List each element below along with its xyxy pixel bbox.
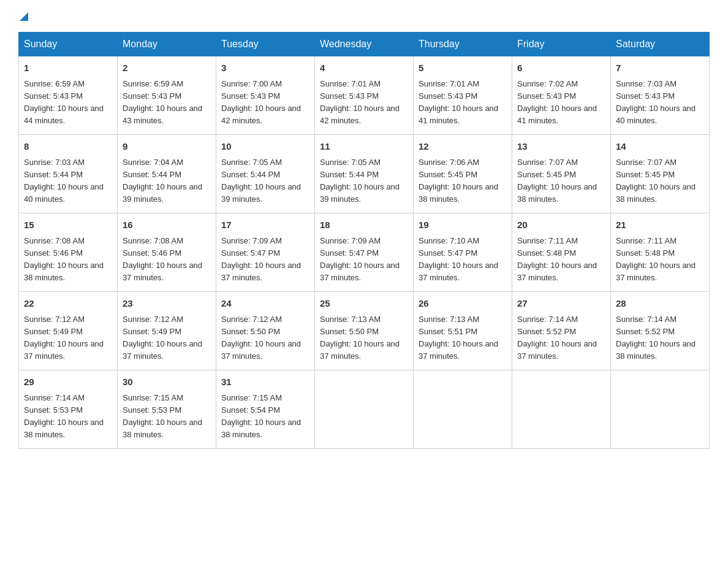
- day-number: 18: [320, 218, 408, 232]
- day-number: 14: [616, 140, 704, 154]
- day-number: 26: [419, 297, 507, 311]
- calendar-cell: 12Sunrise: 7:06 AMSunset: 5:45 PMDayligh…: [414, 135, 512, 213]
- day-number: 22: [24, 297, 112, 311]
- day-number: 4: [320, 61, 408, 75]
- week-row-3: 15Sunrise: 7:08 AMSunset: 5:46 PMDayligh…: [19, 213, 710, 292]
- calendar-table: SundayMondayTuesdayWednesdayThursdayFrid…: [18, 32, 710, 449]
- day-info: Sunrise: 7:10 AMSunset: 5:47 PMDaylight:…: [419, 236, 498, 282]
- col-header-wednesday: Wednesday: [315, 33, 414, 56]
- day-number: 17: [221, 218, 309, 232]
- day-info: Sunrise: 7:14 AMSunset: 5:52 PMDaylight:…: [616, 315, 696, 361]
- day-info: Sunrise: 7:12 AMSunset: 5:50 PMDaylight:…: [221, 315, 301, 361]
- calendar-cell: 29Sunrise: 7:14 AMSunset: 5:53 PMDayligh…: [19, 370, 118, 449]
- calendar-cell: 28Sunrise: 7:14 AMSunset: 5:52 PMDayligh…: [611, 292, 710, 370]
- day-number: 23: [123, 297, 211, 311]
- day-info: Sunrise: 7:03 AMSunset: 5:44 PMDaylight:…: [24, 158, 104, 204]
- col-header-sunday: Sunday: [19, 33, 118, 56]
- calendar-cell: 27Sunrise: 7:14 AMSunset: 5:52 PMDayligh…: [512, 292, 611, 370]
- day-info: Sunrise: 7:03 AMSunset: 5:43 PMDaylight:…: [616, 79, 696, 125]
- page-header: [18, 12, 710, 21]
- calendar-cell: 2Sunrise: 6:59 AMSunset: 5:43 PMDaylight…: [118, 56, 216, 135]
- day-number: 16: [123, 218, 211, 232]
- calendar-cell: 13Sunrise: 7:07 AMSunset: 5:45 PMDayligh…: [512, 135, 611, 213]
- day-info: Sunrise: 7:14 AMSunset: 5:52 PMDaylight:…: [517, 315, 597, 361]
- col-header-monday: Monday: [118, 33, 216, 56]
- calendar-cell: [414, 370, 512, 449]
- day-info: Sunrise: 7:12 AMSunset: 5:49 PMDaylight:…: [123, 315, 202, 361]
- day-info: Sunrise: 7:13 AMSunset: 5:50 PMDaylight:…: [320, 315, 400, 361]
- day-number: 3: [221, 61, 309, 75]
- col-header-friday: Friday: [512, 33, 611, 56]
- col-header-thursday: Thursday: [414, 33, 512, 56]
- col-header-tuesday: Tuesday: [216, 33, 315, 56]
- calendar-cell: 5Sunrise: 7:01 AMSunset: 5:43 PMDaylight…: [414, 56, 512, 135]
- day-number: 24: [221, 297, 309, 311]
- day-info: Sunrise: 6:59 AMSunset: 5:43 PMDaylight:…: [24, 79, 104, 125]
- day-number: 5: [419, 61, 507, 75]
- calendar-cell: [512, 370, 611, 449]
- calendar-cell: 17Sunrise: 7:09 AMSunset: 5:47 PMDayligh…: [216, 213, 315, 292]
- day-info: Sunrise: 7:00 AMSunset: 5:43 PMDaylight:…: [221, 79, 301, 125]
- day-info: Sunrise: 7:05 AMSunset: 5:44 PMDaylight:…: [221, 158, 301, 204]
- day-info: Sunrise: 7:07 AMSunset: 5:45 PMDaylight:…: [616, 158, 696, 204]
- day-info: Sunrise: 7:13 AMSunset: 5:51 PMDaylight:…: [419, 315, 498, 361]
- calendar-header-row: SundayMondayTuesdayWednesdayThursdayFrid…: [19, 33, 710, 56]
- day-number: 9: [123, 140, 211, 154]
- calendar-cell: 26Sunrise: 7:13 AMSunset: 5:51 PMDayligh…: [414, 292, 512, 370]
- day-number: 27: [517, 297, 605, 311]
- calendar-cell: 1Sunrise: 6:59 AMSunset: 5:43 PMDaylight…: [19, 56, 118, 135]
- calendar-cell: 11Sunrise: 7:05 AMSunset: 5:44 PMDayligh…: [315, 135, 414, 213]
- calendar-cell: 24Sunrise: 7:12 AMSunset: 5:50 PMDayligh…: [216, 292, 315, 370]
- calendar-cell: 15Sunrise: 7:08 AMSunset: 5:46 PMDayligh…: [19, 213, 118, 292]
- day-info: Sunrise: 7:01 AMSunset: 5:43 PMDaylight:…: [320, 79, 400, 125]
- day-number: 7: [616, 61, 704, 75]
- logo: [18, 12, 28, 21]
- week-row-2: 8Sunrise: 7:03 AMSunset: 5:44 PMDaylight…: [19, 135, 710, 213]
- day-info: Sunrise: 7:06 AMSunset: 5:45 PMDaylight:…: [419, 158, 498, 204]
- week-row-4: 22Sunrise: 7:12 AMSunset: 5:49 PMDayligh…: [19, 292, 710, 370]
- day-number: 20: [517, 218, 605, 232]
- day-info: Sunrise: 7:04 AMSunset: 5:44 PMDaylight:…: [123, 158, 202, 204]
- day-info: Sunrise: 6:59 AMSunset: 5:43 PMDaylight:…: [123, 79, 202, 125]
- calendar-cell: 7Sunrise: 7:03 AMSunset: 5:43 PMDaylight…: [611, 56, 710, 135]
- day-info: Sunrise: 7:12 AMSunset: 5:49 PMDaylight:…: [24, 315, 104, 361]
- day-number: 21: [616, 218, 704, 232]
- day-number: 12: [419, 140, 507, 154]
- calendar-cell: 6Sunrise: 7:02 AMSunset: 5:43 PMDaylight…: [512, 56, 611, 135]
- day-number: 8: [24, 140, 112, 154]
- calendar-cell: 31Sunrise: 7:15 AMSunset: 5:54 PMDayligh…: [216, 370, 315, 449]
- day-info: Sunrise: 7:09 AMSunset: 5:47 PMDaylight:…: [221, 236, 301, 282]
- week-row-5: 29Sunrise: 7:14 AMSunset: 5:53 PMDayligh…: [19, 370, 710, 449]
- day-info: Sunrise: 7:14 AMSunset: 5:53 PMDaylight:…: [24, 393, 104, 439]
- calendar-cell: 23Sunrise: 7:12 AMSunset: 5:49 PMDayligh…: [118, 292, 216, 370]
- day-info: Sunrise: 7:15 AMSunset: 5:54 PMDaylight:…: [221, 393, 301, 439]
- calendar-cell: 22Sunrise: 7:12 AMSunset: 5:49 PMDayligh…: [19, 292, 118, 370]
- day-number: 19: [419, 218, 507, 232]
- day-number: 31: [221, 375, 309, 389]
- calendar-cell: [611, 370, 710, 449]
- day-info: Sunrise: 7:09 AMSunset: 5:47 PMDaylight:…: [320, 236, 400, 282]
- calendar-cell: 20Sunrise: 7:11 AMSunset: 5:48 PMDayligh…: [512, 213, 611, 292]
- calendar-cell: 25Sunrise: 7:13 AMSunset: 5:50 PMDayligh…: [315, 292, 414, 370]
- day-number: 15: [24, 218, 112, 232]
- calendar-cell: 9Sunrise: 7:04 AMSunset: 5:44 PMDaylight…: [118, 135, 216, 213]
- day-number: 11: [320, 140, 408, 154]
- calendar-cell: 30Sunrise: 7:15 AMSunset: 5:53 PMDayligh…: [118, 370, 216, 449]
- day-number: 1: [24, 61, 112, 75]
- day-info: Sunrise: 7:07 AMSunset: 5:45 PMDaylight:…: [517, 158, 597, 204]
- day-info: Sunrise: 7:01 AMSunset: 5:43 PMDaylight:…: [419, 79, 498, 125]
- day-number: 30: [123, 375, 211, 389]
- calendar-cell: 4Sunrise: 7:01 AMSunset: 5:43 PMDaylight…: [315, 56, 414, 135]
- calendar-cell: 3Sunrise: 7:00 AMSunset: 5:43 PMDaylight…: [216, 56, 315, 135]
- calendar-cell: 10Sunrise: 7:05 AMSunset: 5:44 PMDayligh…: [216, 135, 315, 213]
- day-info: Sunrise: 7:11 AMSunset: 5:48 PMDaylight:…: [517, 236, 597, 282]
- calendar-cell: [315, 370, 414, 449]
- calendar-cell: 21Sunrise: 7:11 AMSunset: 5:48 PMDayligh…: [611, 213, 710, 292]
- calendar-cell: 19Sunrise: 7:10 AMSunset: 5:47 PMDayligh…: [414, 213, 512, 292]
- calendar-cell: 14Sunrise: 7:07 AMSunset: 5:45 PMDayligh…: [611, 135, 710, 213]
- col-header-saturday: Saturday: [611, 33, 710, 56]
- day-info: Sunrise: 7:02 AMSunset: 5:43 PMDaylight:…: [517, 79, 597, 125]
- logo-triangle-icon: [20, 12, 28, 21]
- day-number: 6: [517, 61, 605, 75]
- day-number: 28: [616, 297, 704, 311]
